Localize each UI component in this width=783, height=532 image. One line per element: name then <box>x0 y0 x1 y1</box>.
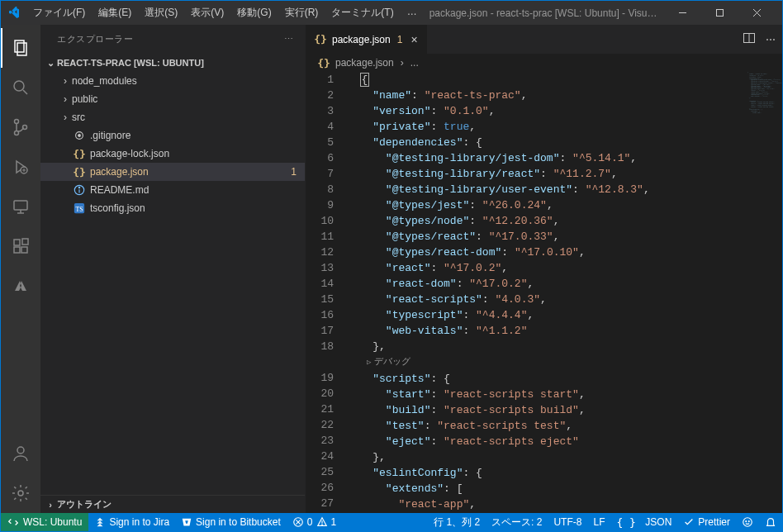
svg-point-38 <box>748 521 749 522</box>
tree-label: package-lock.json <box>90 148 305 159</box>
minimap[interactable]: { "name": "react-ts-prac", "version": "0… <box>733 72 782 513</box>
status-feedback-icon[interactable] <box>736 513 759 531</box>
sidebar-more-icon[interactable]: ⋯ <box>284 34 295 45</box>
status-errors: 0 <box>307 516 313 528</box>
menu-item[interactable]: 表示(V) <box>185 4 230 21</box>
menu-item[interactable]: 実行(R) <box>279 4 325 21</box>
tree-label: .gitignore <box>90 130 305 141</box>
project-root-label: REACT-TS-PRAC [WSL: UBUNTU] <box>57 58 204 68</box>
svg-text:TS: TS <box>75 206 83 213</box>
status-language[interactable]: { } JSON <box>610 513 677 531</box>
svg-point-8 <box>15 120 19 124</box>
editor-tabs: {} package.json 1 × ⋯ <box>306 25 782 54</box>
menus: ファイル(F)編集(E)選択(S)表示(V)移動(G)実行(R)ターミナル(T)… <box>27 4 423 21</box>
remote-explorer-icon[interactable] <box>1 187 40 226</box>
status-cursor-position[interactable]: 行 1、列 2 <box>428 513 486 531</box>
menu-item[interactable]: 編集(E) <box>93 4 137 21</box>
accounts-icon[interactable] <box>1 434 40 473</box>
json-file-icon: {} <box>72 166 87 178</box>
tree-label: node_modules <box>72 75 305 87</box>
outline-section[interactable]: › アウトライン <box>40 495 305 513</box>
minimize-button[interactable] <box>664 1 701 25</box>
project-root[interactable]: ⌄ REACT-TS-PRAC [WSL: UBUNTU] <box>40 54 305 72</box>
modified-badge: 1 <box>291 166 305 178</box>
svg-rect-16 <box>14 240 20 245</box>
file-item[interactable]: {}package.json1 <box>40 163 305 181</box>
file-item[interactable]: .gitignore <box>40 126 305 145</box>
svg-point-21 <box>18 491 23 496</box>
close-button[interactable] <box>738 1 776 25</box>
status-remote[interactable]: WSL: Ubuntu <box>1 513 88 531</box>
window-controls <box>664 1 776 25</box>
code-editor[interactable]: 123456789101112131415161718 192021222324… <box>306 72 782 513</box>
menu-item[interactable]: … <box>401 4 423 21</box>
chevron-right-icon: › <box>59 93 72 105</box>
tree-label: package.json <box>90 166 291 178</box>
code-content[interactable]: { "name": "react-ts-prac", "version": "0… <box>347 72 782 513</box>
svg-point-36 <box>743 518 752 527</box>
svg-rect-5 <box>17 43 26 55</box>
menu-item[interactable]: 選択(S) <box>139 4 183 21</box>
file-item[interactable]: TStsconfig.json <box>40 199 305 217</box>
svg-point-35 <box>321 525 322 525</box>
svg-point-6 <box>14 81 24 91</box>
titlebar: ファイル(F)編集(E)選択(S)表示(V)移動(G)実行(R)ターミナル(T)… <box>1 1 782 25</box>
status-notifications-icon[interactable] <box>759 513 782 531</box>
breadcrumb-item[interactable]: ... <box>410 57 419 69</box>
file-tree: ⌄ REACT-TS-PRAC [WSL: UBUNTU] ›node_modu… <box>40 54 305 495</box>
atlassian-view-icon[interactable] <box>1 266 40 306</box>
split-editor-icon[interactable] <box>743 31 756 47</box>
status-remote-label: WSL: Ubuntu <box>23 516 82 528</box>
status-encoding[interactable]: UTF-8 <box>548 513 587 531</box>
menu-item[interactable]: ファイル(F) <box>27 4 91 21</box>
status-eol[interactable]: LF <box>587 513 610 531</box>
status-prettier[interactable]: Prettier <box>677 513 736 531</box>
sidebar-header: エクスプローラー ⋯ <box>40 25 305 54</box>
menu-item[interactable]: ターミナル(T) <box>325 4 399 21</box>
editor-area: {} package.json 1 × ⋯ {} package.json ..… <box>305 25 782 513</box>
status-problems[interactable]: 0 1 <box>287 513 342 531</box>
chevron-right-icon: › <box>59 75 72 87</box>
sidebar: エクスプローラー ⋯ ⌄ REACT-TS-PRAC [WSL: UBUNTU]… <box>40 25 305 513</box>
tab-close-icon[interactable]: × <box>410 33 417 46</box>
status-bitbucket-label: Sign in to Bitbucket <box>196 516 281 528</box>
folder-item[interactable]: ›src <box>40 108 305 126</box>
svg-point-26 <box>78 187 79 188</box>
vscode-icon <box>7 7 21 20</box>
settings-gear-icon[interactable] <box>1 473 40 513</box>
maximize-button[interactable] <box>701 1 738 25</box>
tree-label: public <box>72 93 305 105</box>
chevron-right-icon: › <box>59 112 72 123</box>
svg-point-9 <box>15 131 19 135</box>
extensions-view-icon[interactable] <box>1 226 40 266</box>
status-warnings: 1 <box>331 516 337 528</box>
folder-item[interactable]: ›public <box>40 90 305 108</box>
svg-rect-17 <box>14 247 20 253</box>
tab-label: package.json <box>332 34 391 45</box>
editor-more-icon[interactable]: ⋯ <box>766 34 776 45</box>
status-indentation[interactable]: スペース: 2 <box>486 513 548 531</box>
tree-label: README.md <box>90 184 305 196</box>
svg-rect-18 <box>21 247 27 253</box>
explorer-view-icon[interactable] <box>1 28 40 68</box>
folder-item[interactable]: ›node_modules <box>40 72 305 90</box>
source-control-view-icon[interactable] <box>1 107 40 147</box>
tree-label: src <box>72 112 305 123</box>
svg-rect-4 <box>15 40 24 52</box>
svg-point-20 <box>17 447 24 454</box>
search-view-icon[interactable] <box>1 68 40 107</box>
file-item[interactable]: README.md <box>40 181 305 199</box>
svg-rect-13 <box>14 201 27 210</box>
editor-tab[interactable]: {} package.json 1 × <box>306 25 427 54</box>
line-numbers: 123456789101112131415161718 192021222324… <box>306 72 347 513</box>
run-view-icon[interactable] <box>1 147 40 187</box>
breadcrumb-separator <box>399 57 406 69</box>
menu-item[interactable]: 移動(G) <box>231 4 277 21</box>
file-item[interactable]: {}package-lock.json <box>40 145 305 163</box>
status-jira[interactable]: Sign in to Jira <box>88 513 175 531</box>
svg-rect-1 <box>717 10 724 17</box>
status-bitbucket[interactable]: Sign in to Bitbucket <box>175 513 287 531</box>
svg-rect-19 <box>22 239 28 245</box>
breadcrumbs[interactable]: {} package.json ... <box>306 54 782 72</box>
breadcrumb-item[interactable]: package.json <box>335 57 394 69</box>
